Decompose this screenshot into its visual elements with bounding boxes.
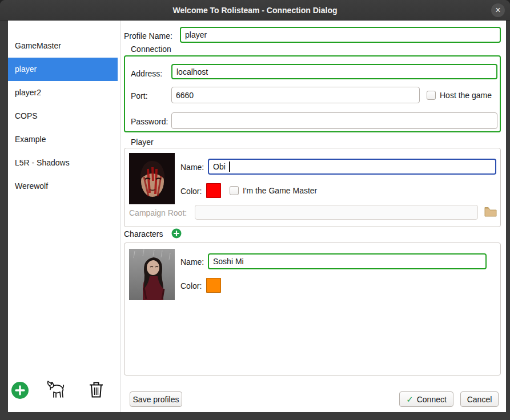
plus-icon <box>11 393 29 401</box>
sidebar-item-werewolf[interactable]: Werewolf <box>8 175 118 198</box>
sidebar-item-l5r-shadows[interactable]: L5R - Shadows <box>8 151 118 175</box>
window-title: Welcome To Rolisteam - Connection Dialog <box>172 6 337 15</box>
campaign-root-label: Campaign Root: <box>129 205 187 220</box>
character-name-input[interactable] <box>208 253 487 269</box>
save-profiles-label: Save profiles <box>133 395 179 404</box>
character-name-label: Name: <box>180 254 204 270</box>
close-button[interactable]: × <box>491 3 505 17</box>
goat-icon <box>45 394 66 403</box>
profiles-sidebar: GameMaster player player2 COPS Example L… <box>8 21 118 412</box>
player-group-title: Player <box>131 138 154 147</box>
profile-name-input[interactable] <box>180 27 501 43</box>
game-master-label: I'm the Game Master <box>243 185 317 196</box>
characters-group-title: Characters <box>124 229 163 239</box>
player-name-field <box>208 159 496 175</box>
plus-icon <box>171 228 182 240</box>
connection-group-title: Connection <box>131 45 171 54</box>
dialog-content: GameMaster player player2 COPS Example L… <box>8 21 506 412</box>
titlebar: Welcome To Rolisteam - Connection Dialog… <box>0 0 510 21</box>
save-profiles-button[interactable]: Save profiles <box>130 391 182 407</box>
game-master-checkbox[interactable] <box>230 186 239 195</box>
sidebar-divider <box>120 21 121 412</box>
connection-dialog-window: Welcome To Rolisteam - Connection Dialog… <box>0 0 510 420</box>
password-input[interactable] <box>171 112 497 129</box>
player-name-label: Name: <box>180 159 204 175</box>
sidebar-item-gamemaster[interactable]: GameMaster <box>8 34 118 58</box>
add-profile-button[interactable] <box>11 381 29 399</box>
check-icon: ✓ <box>406 394 413 405</box>
player-color-swatch[interactable] <box>206 183 221 198</box>
character-avatar[interactable] <box>129 249 175 300</box>
sidebar-item-cops[interactable]: COPS <box>8 104 118 128</box>
character-color-label: Color: <box>180 278 202 293</box>
goat-mascot-button[interactable] <box>44 379 67 402</box>
add-character-button[interactable] <box>171 228 182 239</box>
profile-detail-panel: Profile Name: Connection Address: Port: … <box>123 21 506 412</box>
profile-name-label: Profile Name: <box>124 29 172 44</box>
folder-icon <box>484 210 497 219</box>
port-label: Port: <box>131 88 148 104</box>
sidebar-item-player[interactable]: player <box>8 58 118 81</box>
host-game-label: Host the game <box>440 90 492 101</box>
sidebar-item-example[interactable]: Example <box>8 128 118 151</box>
connection-group: Address: Port: Host the game Password: <box>124 55 501 132</box>
player-avatar[interactable] <box>129 153 175 204</box>
connect-button[interactable]: ✓ Connect <box>399 391 453 407</box>
address-label: Address: <box>131 66 162 82</box>
character-color-swatch[interactable] <box>206 278 221 293</box>
text-cursor <box>229 161 230 172</box>
browse-campaign-folder-button <box>483 205 498 220</box>
close-icon: × <box>495 6 500 15</box>
characters-group: Name: Color: <box>124 243 501 375</box>
delete-profile-button[interactable] <box>87 381 105 399</box>
sidebar-item-player2[interactable]: player2 <box>8 81 118 104</box>
connect-label: Connect <box>417 395 447 404</box>
port-input[interactable] <box>171 87 420 103</box>
host-game-checkbox[interactable] <box>427 91 436 100</box>
sidebar-actions <box>8 379 118 406</box>
player-name-input[interactable] <box>208 159 496 175</box>
trash-icon <box>88 391 105 400</box>
campaign-root-input <box>195 205 478 220</box>
password-label: Password: <box>131 114 168 130</box>
player-group: Name: Color: I'm the Game Master Campaig… <box>124 148 501 227</box>
address-input[interactable] <box>171 64 497 79</box>
player-color-label: Color: <box>180 184 202 199</box>
cancel-label: Cancel <box>467 395 492 404</box>
profile-list: GameMaster player player2 COPS Example L… <box>8 34 118 198</box>
cancel-button[interactable]: Cancel <box>460 391 499 407</box>
